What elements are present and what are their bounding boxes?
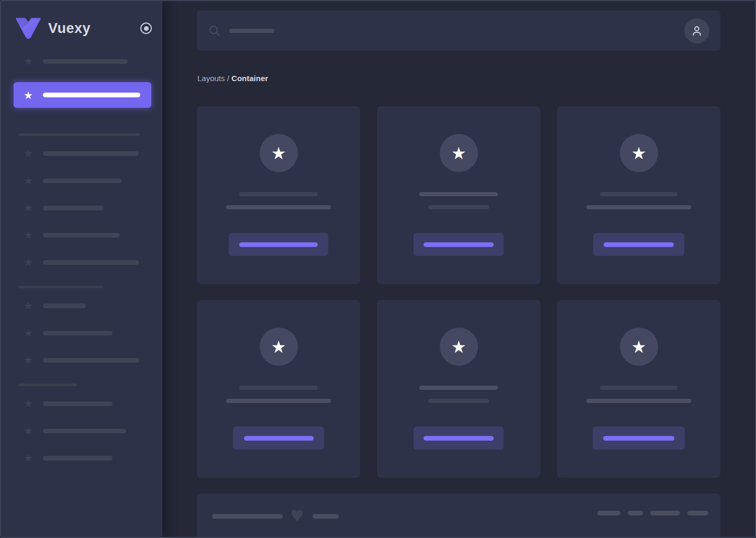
card-button[interactable] xyxy=(414,233,504,256)
button-label-bar xyxy=(244,436,314,441)
sidebar-item-skeleton[interactable]: ★ xyxy=(14,424,151,437)
skeleton-bar xyxy=(650,511,680,515)
breadcrumb-current: Container xyxy=(231,74,268,83)
skeleton-label-bar xyxy=(43,429,126,433)
sidebar-section-header-bar xyxy=(18,384,77,386)
skeleton-label-bar xyxy=(43,456,113,461)
sidebar-item-skeleton[interactable]: ★ xyxy=(14,452,151,464)
star-icon: ★ xyxy=(22,147,35,160)
search-placeholder-bar xyxy=(229,29,274,33)
breadcrumb-separator: / xyxy=(225,74,232,83)
star-icon: ★ xyxy=(22,55,35,68)
card-subtitle-bar xyxy=(586,399,691,403)
skeleton-label-bar xyxy=(43,331,113,335)
person-icon xyxy=(690,24,704,38)
breadcrumb-parent[interactable]: Layouts xyxy=(197,74,225,83)
sidebar-item-skeleton[interactable]: ★ xyxy=(14,354,151,366)
app-window: Vuexy ★ ★ ★ ★ ★ ★ ★ ★ ★ ★ xyxy=(0,0,756,538)
star-icon: ★ xyxy=(631,145,647,162)
search-icon xyxy=(208,25,221,37)
search-bar[interactable] xyxy=(197,10,720,51)
star-icon: ★ xyxy=(22,89,35,102)
card-subtitle-bar xyxy=(226,205,331,209)
star-icon: ★ xyxy=(631,339,647,355)
button-label-bar xyxy=(603,436,674,441)
sidebar-item-skeleton[interactable]: ★ xyxy=(14,229,151,241)
button-label-bar xyxy=(239,242,318,247)
user-avatar[interactable] xyxy=(684,18,709,43)
card-title-bar xyxy=(600,386,677,390)
button-label-bar xyxy=(604,242,674,247)
sidebar-nav-sections: ★ ★ ★ ★ ★ ★ ★ ★ ★ ★ ★ xyxy=(1,133,162,464)
sidebar-pin-toggle-icon[interactable] xyxy=(140,23,152,34)
card-avatar: ★ xyxy=(620,328,658,366)
card-button[interactable] xyxy=(414,427,504,450)
skeleton-card: ★ xyxy=(197,300,360,478)
vuexy-logo-icon xyxy=(15,17,42,40)
skeleton-bar xyxy=(687,511,708,515)
skeleton-bar xyxy=(628,511,643,515)
sidebar-item-skeleton[interactable]: ★ xyxy=(14,147,151,160)
skeleton-label-bar xyxy=(43,178,121,183)
sidebar-item-skeleton[interactable]: ★ xyxy=(14,256,151,268)
card-button[interactable] xyxy=(233,427,324,450)
skeleton-label-bar xyxy=(43,151,139,156)
star-icon: ★ xyxy=(22,174,35,187)
brand: Vuexy xyxy=(15,17,152,40)
skeleton-label-bar xyxy=(43,358,139,363)
skeleton-card: ★ xyxy=(557,300,720,478)
button-label-bar xyxy=(424,436,494,441)
card-title-bar xyxy=(419,386,498,390)
sidebar-item-skeleton[interactable]: ★ xyxy=(14,201,151,214)
skeleton-label-bar xyxy=(43,206,104,210)
card-grid: ★ ★ ★ ★ ★ xyxy=(197,106,720,478)
skeleton-card: ★ xyxy=(377,106,540,284)
heart-icon[interactable]: ♥ xyxy=(290,511,304,521)
card-avatar: ★ xyxy=(260,134,298,172)
sidebar-item-skeleton[interactable]: ★ xyxy=(14,299,151,312)
skeleton-bar xyxy=(212,514,283,519)
skeleton-bar xyxy=(597,511,620,515)
skeleton-label-bar xyxy=(43,233,120,238)
bottom-card-left: ♥ xyxy=(212,511,339,521)
star-icon: ★ xyxy=(22,397,35,410)
card-button[interactable] xyxy=(229,233,328,256)
card-avatar: ★ xyxy=(260,328,298,366)
sidebar-item-active[interactable]: ★ xyxy=(14,82,151,108)
star-icon: ★ xyxy=(22,452,35,464)
breadcrumb: Layouts / Container xyxy=(197,74,720,83)
star-icon: ★ xyxy=(22,201,35,214)
card-avatar: ★ xyxy=(440,328,478,366)
star-icon: ★ xyxy=(22,424,35,437)
skeleton-label-bar xyxy=(43,401,113,406)
sidebar-item-skeleton[interactable]: ★ xyxy=(14,55,151,68)
card-title-bar xyxy=(239,386,318,390)
button-label-bar xyxy=(424,242,494,247)
card-button[interactable] xyxy=(593,233,684,256)
sidebar-item-skeleton[interactable]: ★ xyxy=(14,327,151,339)
skeleton-label-bar xyxy=(43,93,140,97)
sidebar: Vuexy ★ ★ ★ ★ ★ ★ ★ ★ ★ ★ xyxy=(1,1,162,537)
star-icon: ★ xyxy=(271,145,286,162)
brand-name: Vuexy xyxy=(48,20,140,37)
card-title-bar xyxy=(239,192,318,196)
main-content: Layouts / Container ★ ★ ★ ★ xyxy=(162,1,755,537)
card-subtitle-bar xyxy=(226,399,331,403)
sidebar-item-skeleton[interactable]: ★ xyxy=(14,397,151,410)
star-icon: ★ xyxy=(451,145,466,162)
bottom-card-right xyxy=(590,511,708,515)
card-subtitle-bar xyxy=(428,399,489,403)
skeleton-bar xyxy=(313,514,339,519)
skeleton-card: ★ xyxy=(557,106,720,284)
star-icon: ★ xyxy=(22,256,35,268)
sidebar-item-skeleton[interactable]: ★ xyxy=(14,174,151,187)
card-subtitle-bar xyxy=(428,205,489,209)
card-title-bar xyxy=(600,192,677,196)
star-icon: ★ xyxy=(22,327,35,339)
sidebar-nav: ★ ★ ★ ★ ★ ★ ★ ★ ★ ★ ★ ★ xyxy=(1,55,162,464)
skeleton-card: ★ xyxy=(197,106,360,284)
bottom-card: ♥ xyxy=(197,494,720,537)
skeleton-card: ★ xyxy=(377,300,540,478)
card-button[interactable] xyxy=(593,427,685,450)
card-title-bar xyxy=(419,192,498,196)
